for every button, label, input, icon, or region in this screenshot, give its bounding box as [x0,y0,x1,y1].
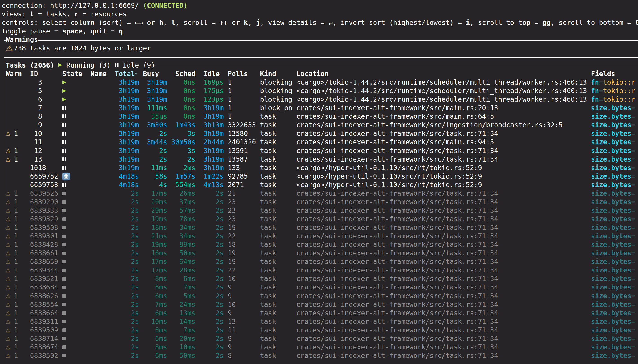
column-header-warn[interactable]: Warn [6,70,22,78]
cell-total: 3h19m [119,78,139,86]
cell-task-id: 1018 [30,164,46,172]
warnings-box-border-left [4,40,4,58]
cell-polls: 1 [228,112,232,120]
column-header-polls[interactable]: Polls [228,70,248,78]
cell-busy: 19ms [151,215,167,223]
cell-warn-count: 1 [14,318,18,326]
task-row-6838626[interactable]: 1 6838626 2s 6ms 5ms 2s 9 task crates/su… [2,292,636,300]
task-row-6659753[interactable]: 6659753 4m18s 4s 554ms 4m13s 2071 task <… [2,181,636,189]
column-header-idle[interactable]: Idle [204,70,220,78]
task-row-11[interactable]: 11 3h19m 3m44s 30m50s 2h44m 2401320 task… [2,138,636,146]
task-row-6838659[interactable]: 1 6838659 2s 17ms 64ms 2s 19 task crates… [2,258,636,266]
task-row-6839301[interactable]: 1 6839301 2s 21ms 34ms 2s 22 task crates… [2,232,636,240]
cell-warn-count: 1 [14,206,18,214]
task-row-6839509[interactable]: 1 6839509 2s 8ms 7ms 2s 11 task crates/s… [2,326,636,334]
task-row-13[interactable]: 1 13 3h19m 2s 2s 3h19m 13587 task crates… [2,155,636,164]
cell-idle: 2s [216,300,224,308]
column-header-name[interactable]: Name [90,70,107,78]
cell-idle: 3h19m [204,147,224,154]
task-row-6[interactable]: 6 3h19m 3h19m 0ns 123µs 1 blocking <carg… [2,95,636,104]
task-row-10[interactable]: 1 10 3h19m 2s 3s 3h19m 13580 task crates… [2,129,636,138]
task-row-6839290[interactable]: 1 6839290 2s 20ms 37ms 2s 23 task crates… [2,198,636,206]
column-header-state[interactable]: State [62,70,82,78]
cell-field-name: size.bytes [591,300,631,308]
task-row-6839344[interactable]: 1 6839344 2s 17ms 28ms 2s 22 task crates… [2,266,636,274]
task-row-6838674[interactable]: 1 6838674 2s 8ms 10ms 2s 9 task crates/s… [2,343,636,352]
cell-polls: 13 [228,318,236,326]
cell-total: 4m18s [119,172,139,180]
state-done-icon [62,326,70,334]
column-header-busy[interactable]: Busy [143,70,159,78]
tasks-box-border-left [4,66,4,364]
column-header-kind[interactable]: Kind [260,70,276,78]
cell-kind: blocking [260,96,292,103]
column-header-fields[interactable]: Fields [591,70,615,78]
task-row-6838714[interactable]: 1 6838714 2s 6ms 20ms 2s 9 task crates/s… [2,334,636,343]
column-header-location[interactable]: Location [296,70,329,78]
cell-location: crates/sui-indexer-alt-framework/src/mai… [296,104,498,112]
cell-total: 3h19m [119,87,139,95]
cell-sched: 28ms [179,266,196,274]
cell-kind: task [260,130,276,137]
cell-task-id: 6839301 [30,232,58,240]
cell-sched: 0ns [184,78,196,86]
cell-busy: 3h19m [147,96,167,103]
task-row-6839311[interactable]: 1 6839311 2s 10ms 14ms 2s 13 task crates… [2,317,636,326]
cell-polls: 23 [228,206,236,214]
cell-field-name: size.bytes [591,318,631,326]
warning-icon [6,249,14,258]
task-row-6839333[interactable]: 1 6839333 2s 20ms 57ms 2s 23 task crates… [2,206,636,215]
task-row-6659752[interactable]: 6659752 4m18s 58s 1m57s 1m22s 92785 task… [2,172,636,181]
cell-location: crates/sui-indexer-alt-framework/src/tas… [296,352,498,360]
task-row-6838428[interactable]: 1 6838428 2s 19ms 89ms 2s 18 task crates… [2,240,636,249]
cell-kind: task [260,334,276,342]
cell-busy: 6ms [155,283,167,291]
warnings-box-border-bottom [4,58,638,58]
column-header-id[interactable]: ID [30,70,38,78]
cell-total: 2s [131,266,139,274]
cell-total: 2s [131,215,139,223]
cell-warn-count: 1 [14,224,18,231]
cell-idle: 2s [216,224,224,231]
cell-warn-count: 1 [14,240,18,248]
cell-polls: 23 [228,215,236,223]
warning-icon [6,198,14,206]
cell-task-id: 6839333 [30,206,58,214]
cell-task-id: 6659753 [30,181,58,189]
task-row-6838554[interactable]: 1 6838554 2s 7ms 24ms 2s 10 task crates/… [2,300,636,309]
warning-icon [6,155,14,164]
field-equals: = [631,130,635,137]
cell-polls: 1 [228,104,232,112]
task-row-1018[interactable]: 1018 3h19m 11ms 2ms 3h19m 133 task <carg… [2,164,636,172]
column-header-sched[interactable]: Sched [175,70,196,78]
cell-warn-count: 1 [14,352,18,360]
task-row-5[interactable]: 5 3h19m 3h19m 0ns 175µs 1 blocking <carg… [2,86,636,95]
task-row-6839329[interactable]: 1 6839329 2s 19ms 78ms 2s 23 task crates… [2,215,636,223]
cell-total: 2s [131,258,139,266]
task-row-9[interactable]: 9 3h19m 3m30s 1m43s 3h13m 3322633 task c… [2,121,636,129]
column-header-total[interactable]: Total [115,70,135,78]
field-equals: = [631,181,635,189]
cell-busy: 18ms [151,224,167,231]
task-row-12[interactable]: 1 12 3h19m 2s 3s 3h19m 13591 task crates… [2,146,636,155]
cell-kind: task [260,155,276,163]
cell-warn-count: 1 [14,198,18,206]
task-row-3[interactable]: 3 3h19m 3h19m 0ns 169µs 1 blocking <carg… [2,78,636,86]
task-row-6838664[interactable]: 1 6838664 2s 6ms 13ms 2s 9 task crates/s… [2,309,636,317]
task-row-6839508[interactable]: 1 6839508 2s 18ms 34ms 2s 19 task crates… [2,223,636,232]
task-row-6839526[interactable]: 1 6839526 2s 17ms 26ms 2s 21 task crates… [2,189,636,198]
field-equals: = [631,240,635,248]
cell-idle: 2h44m [204,138,224,146]
task-row-6838661[interactable]: 1 6838661 2s 16ms 50ms 2s 19 task crates… [2,249,636,258]
cell-task-id: 6839526 [30,190,58,197]
task-row-7[interactable]: 7 3h19m 111ms 0ns 3h19m 1 block_on crate… [2,104,636,112]
task-row-6838502[interactable]: 1 6838502 2s 6ms 50ms 2s 8 task crates/s… [2,352,636,360]
cell-warn-count: 1 [14,283,18,291]
warning-icon [6,283,14,292]
cell-idle: 2s [216,309,224,317]
task-row-6838684[interactable]: 1 6838684 2s 6ms 7ms 2s 9 task crates/su… [2,283,636,292]
task-row-6839521[interactable]: 1 6839521 2s 8ms 6ms 2s 10 task crates/s… [2,274,636,283]
cell-polls: 11 [228,326,236,334]
cell-idle: 4m13s [204,181,224,189]
task-row-8[interactable]: 8 3h19m 35µs 0ns 3h19m 1 task crates/sui… [2,112,636,121]
